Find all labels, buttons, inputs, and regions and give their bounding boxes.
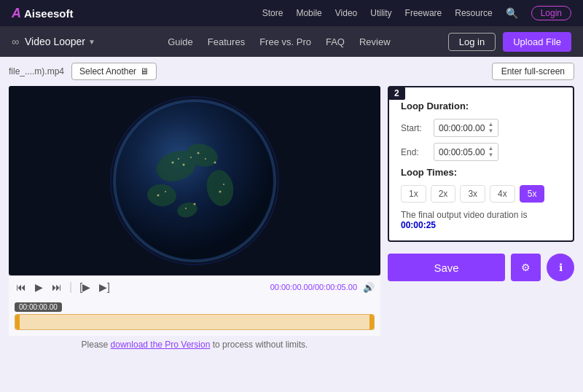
nav-store[interactable]: Store xyxy=(262,8,283,18)
current-time: 00:00:00.00 xyxy=(270,283,313,291)
loop-5x-button[interactable]: 5x xyxy=(520,185,545,203)
start-up-arrow[interactable]: ▲ xyxy=(488,122,493,128)
svg-point-11 xyxy=(183,164,185,166)
login-button-second[interactable]: Log in xyxy=(448,33,496,51)
card-badge: 2 xyxy=(388,87,405,100)
select-another-label: Select Another xyxy=(79,66,136,77)
logo-text: Aiseesoft xyxy=(24,7,74,20)
loop-3x-button[interactable]: 3x xyxy=(460,185,485,203)
loop-times-label: Loop Times: xyxy=(401,167,561,178)
svg-point-20 xyxy=(185,208,187,209)
nav-utility[interactable]: Utility xyxy=(370,8,391,18)
player-controls: ⏮ ▶ ⏭ | [▶ ▶] 00:00:00.00/00:00:05.00 🔊 xyxy=(9,275,380,298)
svg-point-12 xyxy=(190,157,192,158)
loop-times-section: Loop Times: 1x 2x 3x 4x 5x xyxy=(401,167,561,203)
nav-freeware[interactable]: Freeware xyxy=(405,8,442,18)
pro-text-suffix: to process without limits. xyxy=(210,340,308,350)
end-time-input[interactable]: 00:00:05.00 ▲ ▼ xyxy=(434,143,498,161)
fullscreen-button[interactable]: Enter full-screen xyxy=(492,63,574,80)
save-button[interactable]: Save xyxy=(388,254,505,281)
end-up-arrow[interactable]: ▲ xyxy=(488,146,493,152)
earth-svg xyxy=(107,93,282,268)
time-display: 00:00:00.00/00:00:05.00 xyxy=(270,283,357,291)
end-time-arrows: ▲ ▼ xyxy=(488,146,493,158)
svg-point-15 xyxy=(214,162,216,164)
video-area: ⏮ ▶ ⏭ | [▶ ▶] 00:00:00.00/00:00:05.00 🔊 … xyxy=(9,86,380,386)
dropdown-arrow-icon[interactable]: ▼ xyxy=(88,38,95,46)
pro-version-link[interactable]: download the Pro Version xyxy=(111,340,211,350)
nav-review[interactable]: Review xyxy=(359,36,391,47)
second-nav-links: Guide Features Free vs. Pro FAQ Review xyxy=(110,36,448,47)
output-text-prefix: The final output video duration is xyxy=(401,210,527,220)
loop-times-buttons: 1x 2x 3x 4x 5x xyxy=(401,185,561,203)
svg-point-9 xyxy=(172,162,174,164)
nav-features[interactable]: Features xyxy=(208,36,245,47)
upload-file-button[interactable]: Upload File xyxy=(503,32,571,52)
logo: A Aiseesoft xyxy=(12,6,74,21)
skip-forward-button[interactable]: ⏭ xyxy=(50,280,63,294)
svg-point-13 xyxy=(197,152,200,154)
end-down-arrow[interactable]: ▼ xyxy=(488,152,493,158)
start-down-arrow[interactable]: ▼ xyxy=(488,128,493,134)
nav-guide[interactable]: Guide xyxy=(168,36,193,47)
file-name: file_....m).mp4 xyxy=(9,66,64,77)
settings-button[interactable]: ⚙ xyxy=(511,254,541,281)
play-button[interactable]: ▶ xyxy=(34,280,44,294)
clip-start-button[interactable]: [▶ xyxy=(78,280,92,294)
timeline-track[interactable] xyxy=(15,314,375,330)
svg-point-18 xyxy=(165,191,166,192)
loop-settings-card: 2 Loop Duration: Start: 00:00:00.00 ▲ ▼ … xyxy=(388,86,574,242)
login-button-top[interactable]: Login xyxy=(531,6,571,20)
total-time: /00:00:05.00 xyxy=(313,283,357,291)
svg-point-21 xyxy=(194,203,196,205)
timeline-time-label: 00:00:00.00 xyxy=(15,302,62,312)
end-time-row: End: 00:00:05.00 ▲ ▼ xyxy=(401,143,561,161)
svg-point-16 xyxy=(223,184,224,185)
file-bar: file_....m).mp4 Select Another 🖥 Enter f… xyxy=(9,63,574,80)
video-player xyxy=(9,86,380,275)
start-label: Start: xyxy=(401,123,426,133)
info-button[interactable]: ℹ xyxy=(547,254,574,281)
nav-resource[interactable]: Resource xyxy=(455,8,492,18)
skip-back-button[interactable]: ⏮ xyxy=(15,280,28,294)
start-time-input[interactable]: 00:00:00.00 ▲ ▼ xyxy=(434,119,498,137)
pro-text-area: Please download the Pro Version to proce… xyxy=(9,340,380,350)
volume-icon[interactable]: 🔊 xyxy=(363,282,375,293)
timeline-area: 00:00:00.00 xyxy=(9,298,380,336)
end-label: End: xyxy=(401,147,426,157)
nav-faq[interactable]: FAQ xyxy=(326,36,345,47)
loop-4x-button[interactable]: 4x xyxy=(490,185,515,203)
pro-text-prefix: Please xyxy=(82,340,111,350)
main-area: file_....m).mp4 Select Another 🖥 Enter f… xyxy=(0,57,583,392)
second-navbar: ∞ Video Looper ▼ Guide Features Free vs.… xyxy=(0,26,583,57)
file-bar-left: file_....m).mp4 Select Another 🖥 xyxy=(9,63,157,80)
nav-freevspro[interactable]: Free vs. Pro xyxy=(259,36,311,47)
monitor-icon: 🖥 xyxy=(140,66,149,77)
select-another-button[interactable]: Select Another 🖥 xyxy=(71,63,157,80)
nav-video[interactable]: Video xyxy=(335,8,357,18)
loop-1x-button[interactable]: 1x xyxy=(401,185,426,203)
save-area: Save ⚙ ℹ xyxy=(388,254,574,281)
output-text: The final output video duration is 00:00… xyxy=(401,210,561,230)
svg-point-10 xyxy=(178,158,179,160)
logo-icon: A xyxy=(12,6,21,21)
svg-point-17 xyxy=(219,191,222,193)
search-icon[interactable]: 🔍 xyxy=(506,7,518,19)
clip-end-button[interactable]: ▶] xyxy=(98,280,111,294)
end-time-value: 00:00:05.00 xyxy=(439,147,485,157)
top-nav-links: Store Mobile Video Utility Freeware Reso… xyxy=(95,6,571,20)
start-time-value: 00:00:00.00 xyxy=(439,123,485,133)
right-panel: 2 Loop Duration: Start: 00:00:00.00 ▲ ▼ … xyxy=(388,86,574,386)
top-navbar: A Aiseesoft Store Mobile Video Utility F… xyxy=(0,0,583,26)
start-time-row: Start: 00:00:00.00 ▲ ▼ xyxy=(401,119,561,137)
earth-visual xyxy=(9,86,380,275)
timeline-handle-right[interactable] xyxy=(369,315,374,329)
svg-point-14 xyxy=(205,158,206,160)
start-time-arrows: ▲ ▼ xyxy=(488,122,493,134)
nav-mobile[interactable]: Mobile xyxy=(296,8,321,18)
timeline-handle-left[interactable] xyxy=(15,315,20,329)
loop-2x-button[interactable]: 2x xyxy=(431,185,456,203)
second-nav-right: Log in Upload File xyxy=(448,32,571,52)
duration-label: Loop Duration: xyxy=(401,101,561,111)
divider: | xyxy=(69,281,72,294)
